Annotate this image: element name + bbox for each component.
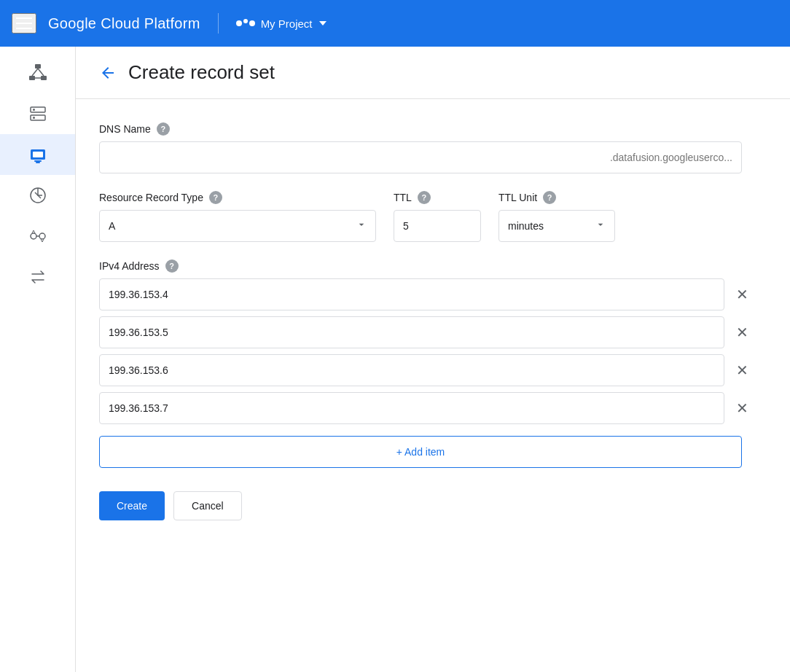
content-area: Create record set DNS Name ? Resource Re… [76,47,790,672]
create-button[interactable]: Create [99,491,165,520]
cancel-button[interactable]: Cancel [173,491,242,520]
page-title: Create record set [128,61,275,84]
dns-name-help-icon[interactable]: ? [157,122,170,136]
transfer-icon [28,267,48,287]
ip-input-3[interactable] [99,392,724,424]
topbar-divider [218,13,219,34]
topbar: Google Cloud Platform My Project [0,0,790,47]
ip-input-1[interactable] [99,316,724,348]
ipv4-section: IPv4 Address ? ✕ ✕ [99,259,767,424]
project-icon [236,20,255,26]
svg-point-15 [31,233,36,239]
svg-rect-11 [33,152,43,157]
main-layout: Create record set DNS Name ? Resource Re… [0,47,790,672]
ip-row-2: ✕ [99,354,767,386]
ttl-label: TTL ? [394,191,481,204]
traffic-icon [28,185,48,206]
chevron-down-icon [319,21,326,26]
sidebar-item-traffic[interactable] [0,175,75,216]
dns-icon [28,103,48,124]
svg-rect-0 [35,64,41,69]
resource-record-type-select[interactable]: A AAAA CNAME MX NS PTR SOA SRV TXT [99,210,376,242]
ttl-help-icon[interactable]: ? [418,191,431,204]
action-row: Create Cancel [99,491,767,520]
resource-record-row: Resource Record Type ? A AAAA CNAME MX N… [99,191,767,242]
network-topology-icon [28,63,48,83]
svg-point-16 [39,233,45,239]
sidebar-item-interconnect[interactable] [0,216,75,257]
ttl-field: TTL ? [394,191,481,242]
page-header: Create record set [76,47,790,99]
ipv4-help-icon[interactable]: ? [165,259,179,273]
ttl-unit-select[interactable]: seconds minutes hours days [498,210,615,242]
ip-row-1: ✕ [99,316,767,348]
sidebar-item-transfer[interactable] [0,257,75,297]
dns-name-input[interactable] [99,141,742,173]
sidebar-item-dns[interactable] [0,93,75,134]
ip-row-0: ✕ [99,278,767,310]
ttl-input[interactable] [394,210,481,242]
svg-line-4 [38,69,44,76]
close-icon: ✕ [736,399,748,417]
close-icon: ✕ [736,362,748,379]
resource-record-type-field: Resource Record Type ? A AAAA CNAME MX N… [99,191,376,242]
ip-input-2[interactable] [99,354,724,386]
compute-icon [28,144,48,165]
ipv4-label: IPv4 Address ? [99,259,767,273]
add-item-button[interactable]: + Add item [99,436,742,468]
sidebar-item-network-topology[interactable] [0,52,75,93]
ip-input-0[interactable] [99,278,724,310]
resource-record-type-wrapper: A AAAA CNAME MX NS PTR SOA SRV TXT [99,210,376,242]
sidebar-item-compute[interactable] [0,134,75,175]
remove-ip-2-button[interactable]: ✕ [733,359,751,382]
ttl-unit-label: TTL Unit ? [498,191,615,204]
sidebar [0,47,76,672]
menu-button[interactable] [12,13,36,34]
ip-row-3: ✕ [99,392,767,424]
close-icon: ✕ [736,324,748,341]
svg-point-8 [33,109,35,111]
form-area: DNS Name ? Resource Record Type ? A AAAA [76,99,790,544]
svg-rect-13 [36,162,40,163]
svg-line-3 [32,69,38,76]
project-selector[interactable]: My Project [236,17,327,30]
dns-name-field-row: DNS Name ? [99,122,767,173]
interconnect-icon [28,226,48,246]
remove-ip-3-button[interactable]: ✕ [733,396,751,420]
app-title: Google Cloud Platform [48,15,200,32]
ttl-unit-field: TTL Unit ? seconds minutes hours days [498,191,615,242]
back-button[interactable] [99,64,117,82]
ttl-unit-help-icon[interactable]: ? [543,191,556,204]
svg-rect-12 [34,160,42,162]
close-icon: ✕ [736,286,748,303]
project-name: My Project [261,17,313,30]
svg-point-9 [33,117,35,119]
remove-ip-0-button[interactable]: ✕ [733,283,751,306]
ttl-unit-wrapper: seconds minutes hours days [498,210,615,242]
remove-ip-1-button[interactable]: ✕ [733,321,751,344]
resource-record-help-icon[interactable]: ? [209,191,222,204]
dns-name-label: DNS Name ? [99,122,767,136]
resource-record-type-label: Resource Record Type ? [99,191,376,204]
